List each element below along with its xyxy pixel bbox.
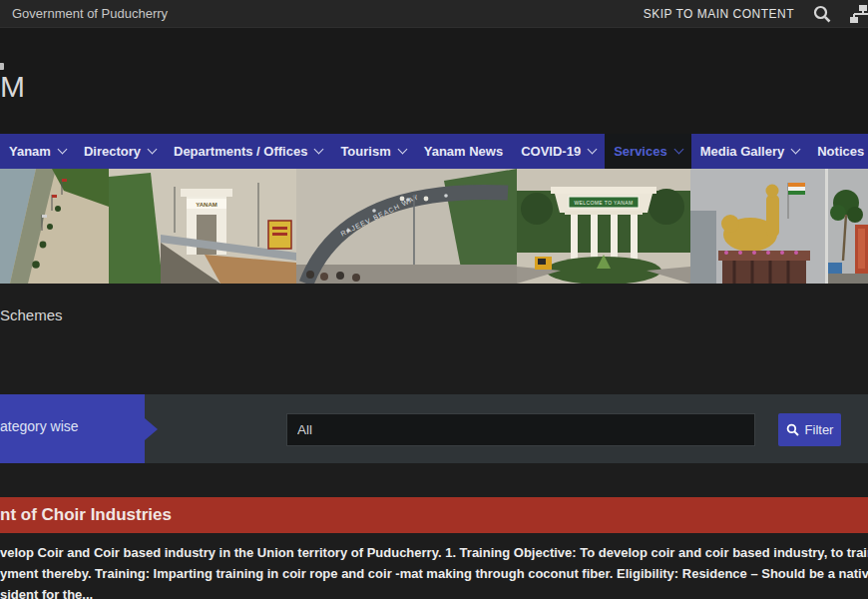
scheme-filter-bar: ategory wise Filter bbox=[0, 394, 868, 463]
search-icon bbox=[786, 423, 799, 436]
category-filter-input[interactable] bbox=[286, 413, 755, 446]
logo-fragment bbox=[0, 63, 4, 70]
spacer bbox=[0, 463, 868, 497]
nav-item-covid-19[interactable]: COVID-19 bbox=[512, 134, 605, 169]
scheme-description-line: yment thereby. Training: Imparting train… bbox=[0, 563, 868, 584]
main-nav: Yanam Directory Departments / Offices To… bbox=[0, 134, 868, 169]
nav-item-yanam-news[interactable]: Yanam News bbox=[415, 134, 513, 169]
nav-item-departments-offices[interactable]: Departments / Offices bbox=[165, 134, 331, 169]
top-bar: Government of Puducherry SKIP TO MAIN CO… bbox=[0, 0, 868, 28]
nav-item-media-gallery[interactable]: Media Gallery bbox=[691, 134, 809, 169]
search-icon[interactable] bbox=[812, 4, 832, 24]
banner-photo-welcome-monument: WELCOME TO YANAM bbox=[517, 169, 690, 284]
scheme-description-line: velop Coir and Coir based industry in th… bbox=[0, 542, 868, 563]
nav-item-yanam[interactable]: Yanam bbox=[0, 134, 75, 169]
chevron-down-icon bbox=[148, 145, 158, 155]
scheme-description-line: sident for the... bbox=[0, 584, 868, 599]
banner-photo-embankment bbox=[0, 169, 109, 284]
scheme-heading-banner: nt of Choir Industries bbox=[0, 497, 868, 533]
category-wise-label: ategory wise bbox=[0, 418, 79, 434]
nav-item-directory[interactable]: Directory bbox=[75, 134, 165, 169]
sitemap-icon[interactable] bbox=[850, 4, 868, 24]
banner-photo-yanam-bridge: YANAM bbox=[109, 169, 296, 284]
scheme-title: nt of Choir Industries bbox=[0, 505, 172, 525]
nav-item-services[interactable]: Services bbox=[605, 134, 691, 169]
svg-text:WELCOME TO YANAM: WELCOME TO YANAM bbox=[574, 200, 633, 206]
chevron-down-icon bbox=[397, 145, 407, 155]
banner-photo-strip: YANAM RAJEEV BEACH WAY bbox=[0, 169, 868, 284]
filter-button-label: Filter bbox=[805, 422, 834, 437]
filter-button[interactable]: Filter bbox=[778, 413, 841, 446]
nav-item-notices[interactable]: Notices bbox=[808, 134, 868, 169]
chevron-down-icon bbox=[673, 145, 683, 155]
nav-item-tourism[interactable]: Tourism bbox=[331, 134, 414, 169]
chevron-down-icon bbox=[588, 145, 598, 155]
banner-photo-rajeev-beach-way: RAJEEV BEACH WAY bbox=[296, 169, 517, 284]
chevron-down-icon bbox=[57, 145, 67, 155]
page: Government of Puducherry SKIP TO MAIN CO… bbox=[0, 0, 868, 599]
category-tab-pointer bbox=[145, 418, 158, 440]
government-brand-text: Government of Puducherry bbox=[12, 6, 168, 21]
category-wise-tab[interactable]: ategory wise bbox=[0, 394, 145, 463]
banner-photo-palm-street bbox=[828, 169, 868, 284]
page-heading-section: Schemes bbox=[0, 284, 868, 394]
skip-to-main-content-link[interactable]: SKIP TO MAIN CONTENT bbox=[644, 7, 794, 21]
chevron-down-icon bbox=[791, 145, 801, 155]
chevron-down-icon bbox=[314, 145, 324, 155]
page-title: Schemes bbox=[0, 306, 63, 323]
site-header: M bbox=[0, 28, 868, 134]
svg-text:YANAM: YANAM bbox=[196, 202, 217, 208]
scheme-description: velop Coir and Coir based industry in th… bbox=[0, 533, 868, 599]
banner-photo-golden-statue bbox=[690, 169, 825, 284]
site-title-fragment: M bbox=[0, 72, 25, 102]
top-bar-right: SKIP TO MAIN CONTENT bbox=[644, 0, 868, 27]
